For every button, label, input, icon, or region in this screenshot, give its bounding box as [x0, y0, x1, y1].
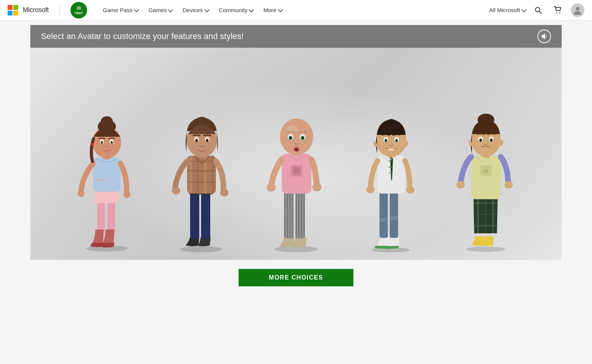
svg-point-47 — [196, 140, 197, 142]
nav-link-games[interactable]: Games — [144, 0, 177, 20]
more-choices-section: MORE CHOICES — [30, 269, 562, 286]
svg-rect-11 — [108, 199, 115, 233]
svg-point-84 — [406, 186, 414, 194]
svg-point-112 — [480, 139, 481, 141]
svg-text:XBOX: XBOX — [75, 12, 83, 14]
avatar-select-banner: Select an Avatar to customize your featu… — [30, 25, 562, 48]
microsoft-wordmark: Microsoft — [23, 6, 49, 14]
svg-rect-57 — [302, 190, 303, 238]
banner-text: Select an Avatar to customize your featu… — [41, 31, 244, 41]
svg-point-113 — [490, 139, 492, 141]
svg-rect-13 — [93, 158, 120, 192]
svg-text:20: 20 — [77, 6, 81, 10]
xbox-20-logo[interactable]: 20 XBOX — [70, 2, 87, 19]
svg-point-14 — [78, 190, 84, 197]
svg-point-19 — [101, 116, 113, 127]
cart-button[interactable] — [551, 3, 565, 17]
nav-link-game-pass[interactable]: Game Pass — [98, 0, 142, 20]
nav-divider — [59, 5, 60, 16]
avatar-stage: H — [30, 48, 562, 260]
svg-point-61 — [267, 183, 276, 192]
svg-point-40 — [220, 189, 228, 197]
svg-rect-52 — [286, 190, 287, 238]
svg-point-93 — [466, 247, 505, 252]
svg-point-91 — [385, 140, 387, 142]
svg-rect-100 — [471, 156, 501, 199]
svg-point-20 — [91, 143, 94, 146]
svg-text:H: H — [484, 168, 487, 174]
chevron-down-icon — [521, 7, 526, 12]
svg-point-60 — [293, 167, 300, 175]
search-button[interactable] — [531, 3, 545, 17]
chevron-down-icon — [204, 7, 209, 12]
account-avatar[interactable] — [571, 3, 584, 17]
all-microsoft-link[interactable]: All Microsoft — [489, 7, 525, 13]
svg-rect-29 — [201, 192, 210, 239]
chevron-down-icon — [278, 7, 283, 12]
svg-point-39 — [172, 187, 180, 195]
chevron-down-icon — [168, 7, 173, 12]
svg-rect-10 — [97, 199, 105, 233]
svg-point-70 — [289, 137, 291, 139]
svg-point-6 — [559, 12, 561, 13]
main-nav: Microsoft 20 XBOX Game Pass Games Device… — [0, 0, 592, 20]
sound-toggle-button[interactable] — [537, 30, 551, 43]
svg-rect-53 — [288, 190, 289, 238]
avatar-3[interactable] — [255, 89, 338, 252]
svg-point-26 — [111, 142, 112, 143]
svg-point-48 — [206, 140, 208, 142]
svg-point-104 — [505, 181, 513, 189]
more-choices-button[interactable]: MORE CHOICES — [239, 269, 353, 286]
svg-point-107 — [478, 114, 494, 126]
avatar-5[interactable]: H — [444, 89, 527, 252]
nav-right: All Microsoft — [489, 3, 584, 17]
svg-point-62 — [312, 183, 322, 191]
svg-rect-55 — [297, 190, 298, 238]
svg-rect-76 — [390, 191, 398, 238]
nav-link-more[interactable]: More — [259, 0, 286, 20]
avatar-2[interactable] — [160, 89, 243, 252]
svg-marker-8 — [542, 33, 545, 39]
svg-point-7 — [576, 7, 580, 11]
svg-line-4 — [539, 11, 541, 13]
svg-rect-56 — [300, 190, 301, 238]
chevron-down-icon — [134, 7, 139, 12]
svg-rect-54 — [291, 190, 292, 238]
svg-point-103 — [456, 181, 465, 189]
avatars-row: H — [30, 89, 562, 252]
svg-point-25 — [101, 142, 102, 143]
svg-rect-75 — [380, 191, 388, 238]
svg-point-5 — [556, 12, 558, 13]
nav-link-community[interactable]: Community — [214, 0, 258, 20]
nav-links: Game Pass Games Devices Community More — [98, 0, 489, 20]
avatar-1[interactable] — [65, 89, 148, 252]
nav-link-devices[interactable]: Devices — [178, 0, 212, 20]
chevron-down-icon — [249, 7, 254, 12]
svg-point-73 — [295, 148, 298, 151]
logo-group: Microsoft 20 XBOX — [8, 2, 87, 19]
svg-point-92 — [396, 140, 397, 142]
microsoft-logo[interactable] — [8, 5, 18, 16]
svg-point-27 — [181, 246, 222, 252]
svg-point-15 — [123, 191, 130, 198]
svg-rect-77 — [380, 218, 387, 221]
avatar-4[interactable] — [349, 89, 433, 252]
svg-rect-78 — [391, 216, 397, 220]
svg-point-71 — [301, 137, 303, 139]
svg-point-83 — [366, 186, 375, 193]
svg-rect-28 — [190, 192, 199, 239]
svg-point-0 — [70, 2, 87, 19]
